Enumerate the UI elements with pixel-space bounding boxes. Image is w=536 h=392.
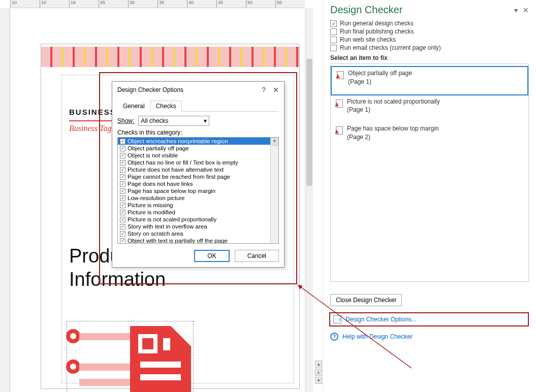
checkbox-icon[interactable]: [120, 146, 125, 151]
check-item-label: Story on scratch area: [128, 231, 183, 237]
check-label: Run web site checks: [340, 36, 396, 43]
business-tagline: Business Tag: [69, 124, 111, 133]
check-item-label: Page cannot be reached from first page: [128, 174, 230, 180]
check-label: Run final publishing checks: [340, 28, 414, 35]
page-nav-marker-icon[interactable]: ±: [315, 369, 322, 376]
check-item-label: Object has no line or fill / Text box is…: [128, 159, 238, 166]
scroll-up-icon[interactable]: ▴: [271, 138, 278, 146]
checkbox-icon[interactable]: [120, 188, 125, 194]
check-item-label: Picture is not scaled proportionally: [128, 216, 216, 222]
check-item-label: Object is not visible: [128, 152, 178, 158]
issue-text: Picture is not scaled proportionally(Pag…: [347, 97, 440, 115]
help-icon: ?: [330, 333, 338, 341]
check-list-item[interactable]: Object partially off page: [118, 145, 278, 152]
page-nav-down-icon[interactable]: ▾: [315, 377, 322, 384]
checkbox-icon[interactable]: [120, 217, 125, 222]
run-check-option[interactable]: Run web site checks: [330, 36, 529, 43]
run-check-option[interactable]: Run general design checks: [330, 20, 529, 27]
checkbox-icon[interactable]: [120, 195, 125, 201]
check-list-item[interactable]: Page does not have links: [118, 180, 278, 187]
checkbox-icon[interactable]: [120, 160, 125, 166]
checkbox-icon[interactable]: [120, 210, 125, 215]
help-link-text: Help with Design Checker: [342, 333, 413, 340]
svg-rect-8: [163, 338, 170, 350]
check-item-label: Object encroaches nonprintable region: [128, 138, 228, 144]
check-item-label: Low-resolution picture: [128, 195, 185, 201]
issue-item[interactable]: Object partially off page(Page 1): [331, 66, 528, 95]
checkbox-icon[interactable]: [120, 231, 125, 237]
checkbox-icon[interactable]: [330, 20, 337, 27]
checkbox-icon[interactable]: [120, 153, 125, 158]
svg-rect-7: [140, 374, 181, 380]
design-checker-options-link[interactable]: ⋮≡ Design Checker Options...: [329, 312, 529, 326]
checkbox-icon[interactable]: [120, 203, 125, 208]
checkbox-icon[interactable]: [330, 37, 337, 43]
show-dropdown[interactable]: All checks ▾: [138, 116, 209, 126]
help-link[interactable]: ? Help with Design Checker: [330, 333, 529, 341]
show-value: All checks: [141, 117, 168, 124]
placeholder-graphic-icon: [64, 321, 196, 392]
check-item-label: Object with text is partially off the pa…: [128, 238, 228, 244]
check-list-item[interactable]: Object with text is partially off the pa…: [118, 237, 278, 244]
panel-options-dropdown-icon[interactable]: ▾: [514, 6, 518, 14]
scroll-thumb[interactable]: [306, 59, 312, 186]
vertical-scrollbar[interactable]: [305, 8, 313, 392]
checkbox-icon[interactable]: [330, 45, 337, 51]
check-list-item[interactable]: Object has no line or fill / Text box is…: [118, 159, 278, 166]
run-check-option[interactable]: Run final publishing checks: [330, 28, 529, 35]
run-check-option[interactable]: Run email checks (current page only): [330, 44, 529, 51]
issue-item[interactable]: Picture is not scaled proportionally(Pag…: [331, 95, 528, 123]
check-list-item[interactable]: Story on scratch area: [118, 230, 278, 237]
issue-text: Object partially off page(Page 1): [348, 69, 412, 86]
business-name: BUSINESS: [69, 108, 116, 116]
checkbox-icon[interactable]: [120, 238, 125, 244]
check-item-label: Story with text in overflow area: [128, 223, 207, 230]
check-list-item[interactable]: Low-resolution picture: [118, 194, 278, 202]
check-list-item[interactable]: Story with text in overflow area: [118, 223, 278, 230]
dialog-close-icon[interactable]: ✕: [273, 86, 279, 94]
checkbox-icon[interactable]: [120, 181, 125, 187]
check-list-item[interactable]: Picture does not have alternative text: [118, 166, 278, 173]
page-nav-controls: ▴ ± ▾: [315, 361, 322, 384]
chevron-down-icon: ▾: [204, 117, 207, 124]
checkbox-icon[interactable]: [120, 139, 125, 144]
tab-checks[interactable]: Checks: [150, 101, 182, 112]
check-item-label: Picture is missing: [128, 202, 173, 208]
checkbox-icon[interactable]: [120, 167, 125, 173]
check-list-item[interactable]: Page cannot be reached from first page: [118, 173, 278, 180]
list-scrollbar[interactable]: ▴: [270, 138, 278, 243]
panel-close-icon[interactable]: ✕: [523, 6, 529, 14]
design-checker-panel: Design Checker ▾ ✕ Run general design ch…: [323, 0, 536, 392]
checks-listbox[interactable]: Object encroaches nonprintable regionObj…: [117, 137, 279, 244]
checkbox-icon[interactable]: [120, 174, 125, 180]
dialog-tabs: General Checks: [117, 100, 279, 112]
check-item-label: Picture does not have alternative text: [128, 167, 224, 173]
issue-item[interactable]: Page has space below top margin(Page 2): [331, 122, 528, 150]
issue-icon: [335, 125, 343, 136]
checkbox-icon[interactable]: [120, 224, 125, 230]
issue-icon: [336, 70, 344, 80]
vertical-ruler: [0, 8, 10, 392]
check-item-label: Page has space below top margin: [128, 188, 215, 194]
category-label: Checks in this category:: [117, 129, 279, 136]
dialog-title-text: Design Checker Options: [117, 86, 183, 93]
check-list-item[interactable]: Object is not visible: [118, 152, 278, 159]
tab-general[interactable]: General: [117, 101, 150, 112]
close-design-checker-button[interactable]: Close Design Checker: [330, 294, 402, 306]
check-list-item[interactable]: Picture is modified: [118, 209, 278, 216]
check-list-item[interactable]: Page has space below top margin: [118, 187, 278, 194]
check-list-item[interactable]: Object encroaches nonprintable region: [118, 138, 278, 145]
horizontal-ruler: 10151925303540455055: [10, 0, 305, 8]
ok-button[interactable]: OK: [194, 250, 229, 262]
design-checker-options-dialog: Design Checker Options ? ✕ General Check…: [112, 81, 285, 268]
check-list-item[interactable]: Picture is missing: [118, 202, 278, 209]
check-item-label: Object partially off page: [128, 145, 189, 151]
dialog-help-icon[interactable]: ?: [262, 86, 266, 94]
cancel-button[interactable]: Cancel: [235, 250, 279, 262]
options-icon: ⋮≡: [333, 315, 341, 323]
svg-rect-3: [79, 364, 130, 371]
checkbox-icon[interactable]: [330, 28, 337, 35]
divider-line: [69, 120, 117, 121]
check-list-item[interactable]: Picture is not scaled proportionally: [118, 216, 278, 223]
page-nav-up-icon[interactable]: ▴: [315, 361, 322, 368]
